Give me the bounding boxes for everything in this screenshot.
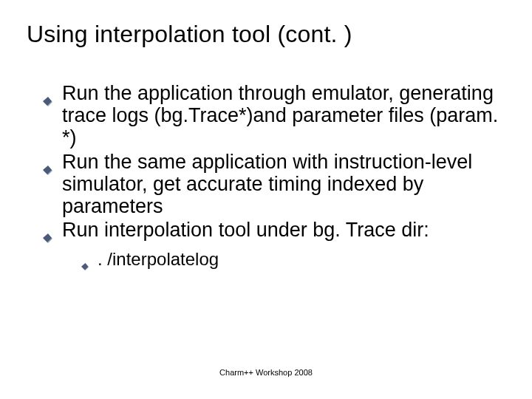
diamond-bullet-icon xyxy=(43,89,53,100)
list-item-text: . /interpolatelog xyxy=(98,249,219,269)
sub-bullet-list: . /interpolatelog xyxy=(62,249,505,270)
list-item: Run the same application with instructio… xyxy=(43,151,505,218)
slide-footer: Charm++ Workshop 2008 xyxy=(0,368,532,377)
list-item: Run interpolation tool under bg. Trace d… xyxy=(43,219,505,270)
bullet-list: Run the application through emulator, ge… xyxy=(27,82,505,270)
list-item-text: Run interpolation tool under bg. Trace d… xyxy=(62,219,429,241)
svg-marker-3 xyxy=(43,166,52,174)
svg-marker-7 xyxy=(81,263,89,270)
slide: Using interpolation tool (cont. ) Run th… xyxy=(0,0,532,399)
list-item-text: Run the application through emulator, ge… xyxy=(62,82,498,149)
slide-title: Using interpolation tool (cont. ) xyxy=(27,21,505,48)
list-item: . /interpolatelog xyxy=(81,249,505,270)
svg-marker-1 xyxy=(43,97,52,106)
list-item: Run the application through emulator, ge… xyxy=(43,82,505,149)
svg-marker-5 xyxy=(43,233,52,242)
diamond-bullet-icon xyxy=(43,158,53,168)
diamond-bullet-icon xyxy=(81,255,89,263)
list-item-text: Run the same application with instructio… xyxy=(62,151,472,217)
diamond-bullet-icon xyxy=(43,226,53,236)
